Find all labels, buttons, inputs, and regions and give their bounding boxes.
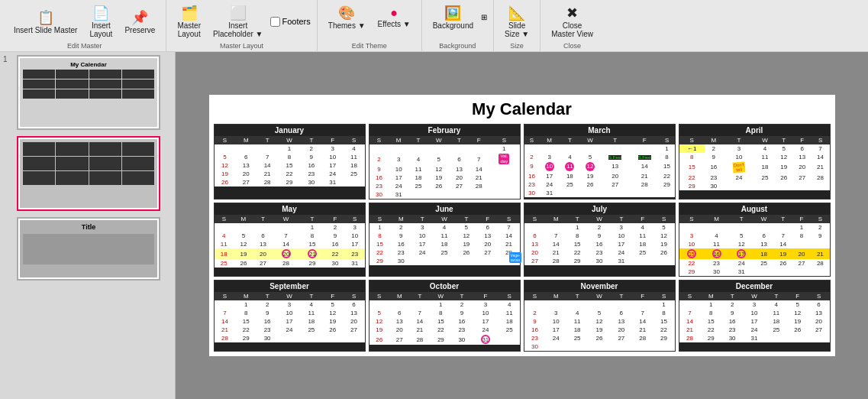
calendar-slide: My Calendar January SMTWTFS 1234 5678910… — [209, 95, 835, 356]
toolbar: 📋 Insert Slide Master 📄 InsertLayout 📌 P… — [0, 0, 868, 52]
month-june: June SMTWTFS 1234567 891011121314 151617… — [369, 203, 521, 277]
close-group: ✖ CloseMaster View Close — [540, 0, 604, 51]
slide-1-number: 1 — [3, 55, 14, 63]
slide-1-thumb[interactable]: My Calendar — [17, 55, 160, 130]
themes-button[interactable]: 🎨 Themes ▼ — [324, 3, 370, 31]
effects-button[interactable]: ● Effects ▼ — [373, 5, 415, 30]
edit-theme-label: Edit Theme — [318, 42, 421, 50]
close-label: Close — [540, 42, 604, 50]
november-header: November — [524, 281, 675, 292]
slide-1-container: 1 My Calendar — [3, 55, 172, 130]
slide-panel: 1 My Calendar — [0, 52, 176, 399]
size-group: 📐 SlideSize ▼ Size — [494, 0, 540, 51]
month-july: July SMTWTFS 12345 6789101112 1314151617… — [524, 203, 676, 277]
edit-master-label: Edit Master — [3, 42, 166, 50]
month-december: December SMTWTFS 123456 78910111213 1415… — [679, 280, 831, 352]
master-layout-label: Master Layout — [166, 42, 316, 50]
december-header: December — [679, 281, 830, 292]
calendar-title: My Calendar — [214, 99, 831, 119]
month-august: August SMTWTFS 12 3456789 1011121314 151… — [679, 203, 831, 277]
slide-3-container: Title — [3, 217, 172, 281]
august-header: August — [679, 203, 830, 215]
month-march: March SMTWTFS 1 2345S.FestS.Fest8 910111… — [524, 124, 676, 200]
close-master-view-button[interactable]: ✖ CloseMaster View — [547, 3, 598, 40]
month-april: April SMTWTFS ←1234567 891011121314 1516… — [679, 124, 831, 200]
slide-content-area: My Calendar January SMTWTFS 1234 5678910… — [176, 52, 868, 399]
main-area: 1 My Calendar — [0, 52, 868, 399]
october-header: October — [369, 281, 520, 292]
month-february: February SMTWTFS 1 234567Val.day 9101112… — [369, 124, 521, 200]
april-header: April — [679, 125, 830, 136]
month-november: November SMTWTFS 1 2345678 9101112131415… — [524, 280, 676, 352]
january-header: January — [215, 125, 365, 136]
edit-master-group: 📋 Insert Slide Master 📄 InsertLayout 📌 P… — [3, 0, 166, 51]
slide-size-button[interactable]: 📐 SlideSize ▼ — [500, 3, 534, 40]
february-header: February — [369, 125, 520, 136]
month-october: October SMTWTFS 1234 567891011 121314151… — [369, 280, 521, 352]
june-header: June — [369, 203, 520, 215]
insert-layout-button[interactable]: 📄 InsertLayout — [85, 3, 117, 40]
september-header: September — [215, 281, 365, 292]
edit-theme-group: 🎨 Themes ▼ ● Effects ▼ Edit Theme — [318, 0, 422, 51]
footers-checkbox[interactable]: Footers — [270, 17, 310, 27]
month-september: September SMTWTFS 123456 78910111213 141… — [214, 280, 366, 352]
background-group: 🖼️ Background ⊞ Background — [422, 0, 494, 51]
may-header: May — [215, 203, 365, 215]
march-header: March — [524, 125, 675, 136]
calendar-grid: January SMTWTFS 1234 567891011 121314151… — [214, 124, 831, 352]
background-button[interactable]: 🖼️ Background — [428, 3, 478, 31]
preserve-button[interactable]: 📌 Preserve — [120, 8, 160, 36]
month-january: January SMTWTFS 1234 567891011 121314151… — [214, 124, 366, 200]
size-label: Size — [494, 42, 540, 50]
slide-2-container — [3, 136, 172, 211]
july-header: July — [524, 203, 675, 215]
slide-3-thumb[interactable]: Title — [17, 217, 160, 281]
insert-placeholder-button[interactable]: ⬜ InsertPlaceholder ▼ — [208, 3, 268, 40]
month-may: May SMTWTFS 123 45678910 11121314151617 … — [214, 203, 366, 277]
master-layout-group: 🗂️ MasterLayout ⬜ InsertPlaceholder ▼ Fo… — [166, 0, 317, 51]
master-layout-button[interactable]: 🗂️ MasterLayout — [173, 3, 205, 40]
background-label: Background — [422, 42, 493, 50]
insert-slide-master-button[interactable]: 📋 Insert Slide Master — [9, 8, 82, 36]
slide-2-thumb[interactable] — [17, 136, 160, 211]
background-icon-small: ⊞ — [481, 13, 487, 21]
